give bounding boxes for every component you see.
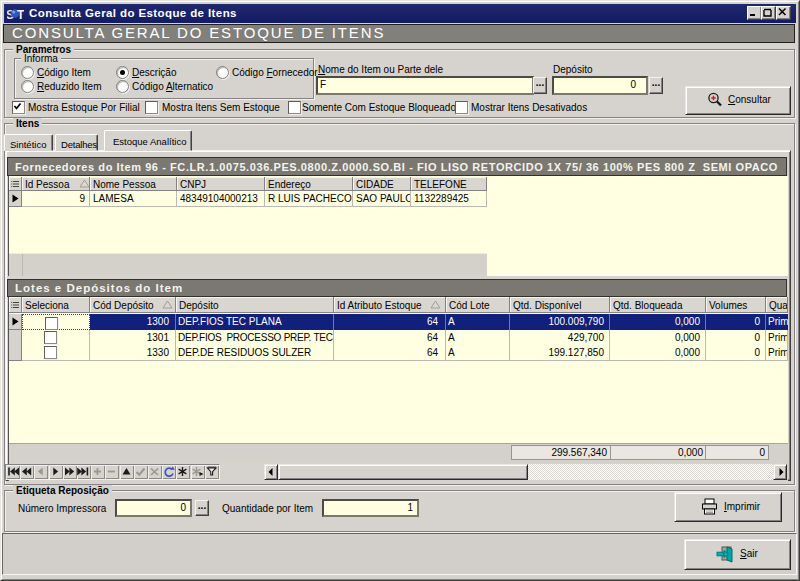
svg-text:T: T <box>17 8 24 22</box>
